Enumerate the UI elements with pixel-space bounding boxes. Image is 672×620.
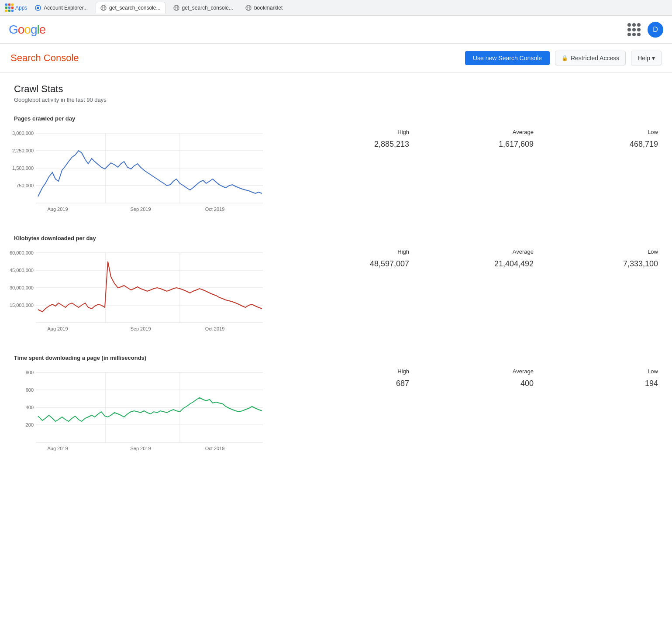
svg-text:60,000,000: 60,000,000	[10, 250, 34, 255]
user-avatar[interactable]: D	[648, 22, 663, 38]
chart-label-kilobytes: Kilobytes downloaded per day	[14, 235, 658, 241]
restricted-access-button[interactable]: 🔒 Restricted Access	[555, 51, 626, 65]
chart-stats-kilobytes: High 48,597,007 Average 21,404,492 Low 7…	[285, 248, 658, 269]
globe-tab-icon-3	[245, 5, 252, 11]
chart-label-time: Time spent downloading a page (in millis…	[14, 355, 658, 361]
stat-col-avg-kilobytes: Average 21,404,492	[409, 248, 534, 269]
svg-text:Oct 2019: Oct 2019	[205, 446, 225, 451]
chart-stats-time: High 687 Average 400 Low 194	[285, 368, 658, 388]
chart-section-pages: Pages crawled per day 3,000,000 2,250,00…	[14, 115, 658, 217]
chart-svg-pages: 3,000,000 2,250,000 1,500,000 750,000 Au…	[14, 129, 267, 216]
chart-container-time: 800 600 400 200 Aug 2019 Sep 2019 Oct 20…	[14, 368, 267, 457]
chart-svg-time: 800 600 400 200 Aug 2019 Sep 2019 Oct 20…	[14, 368, 267, 455]
lock-icon: 🔒	[562, 55, 568, 61]
sc-actions: Use new Search Console 🔒 Restricted Acce…	[465, 51, 662, 65]
apps-grid-icon[interactable]	[627, 23, 641, 36]
chart-stats-pages: High 2,885,213 Average 1,617,609 Low 468…	[285, 129, 658, 149]
sc-header: Search Console Use new Search Console 🔒 …	[0, 44, 672, 73]
help-button[interactable]: Help ▾	[631, 51, 662, 65]
chart-svg-kilobytes: 60,000,000 45,000,000 30,000,000 15,000,…	[14, 248, 267, 336]
tab-label: get_search_console...	[109, 5, 160, 11]
svg-text:800: 800	[26, 370, 34, 375]
tab-account-explorer[interactable]: Account Explorer...	[31, 2, 92, 14]
svg-text:Aug 2019: Aug 2019	[47, 446, 68, 451]
page-subtitle: Googlebot activity in the last 90 days	[14, 96, 658, 103]
browser-bar: Apps Account Explorer... get_search_cons…	[0, 0, 672, 16]
stat-col-avg-pages: Average 1,617,609	[409, 129, 534, 149]
svg-text:Oct 2019: Oct 2019	[205, 326, 225, 331]
tab-label: get_search_console...	[182, 5, 233, 11]
chart-row-time: 800 600 400 200 Aug 2019 Sep 2019 Oct 20…	[14, 368, 658, 457]
chart-section-time: Time spent downloading a page (in millis…	[14, 355, 658, 457]
chart-row-pages: 3,000,000 2,250,000 1,500,000 750,000 Au…	[14, 129, 658, 217]
use-new-search-console-button[interactable]: Use new Search Console	[465, 51, 550, 65]
chart-row-kilobytes: 60,000,000 45,000,000 30,000,000 15,000,…	[14, 248, 658, 337]
svg-text:30,000,000: 30,000,000	[10, 285, 34, 290]
svg-text:Oct 2019: Oct 2019	[205, 207, 225, 212]
chart-section-kilobytes: Kilobytes downloaded per day 60,000,000 …	[14, 235, 658, 337]
globe-tab-icon-2	[173, 5, 179, 11]
apps-tab[interactable]: Apps	[5, 3, 27, 12]
apps-label: Apps	[15, 5, 27, 11]
svg-text:45,000,000: 45,000,000	[10, 268, 34, 273]
svg-text:1,500,000: 1,500,000	[12, 165, 34, 171]
tab-label: Account Explorer...	[44, 5, 88, 11]
svg-text:Sep 2019: Sep 2019	[130, 446, 151, 451]
google-header: Google D	[0, 16, 672, 44]
svg-text:200: 200	[26, 422, 34, 427]
header-right: D	[627, 22, 663, 38]
stat-col-low-time: Low 194	[534, 368, 658, 388]
svg-text:Aug 2019: Aug 2019	[47, 207, 68, 212]
globe-tab-icon-1	[100, 5, 107, 11]
chart-container-kilobytes: 60,000,000 45,000,000 30,000,000 15,000,…	[14, 248, 267, 337]
stat-col-avg-time: Average 400	[409, 368, 534, 388]
chrome-tab-icon	[35, 5, 41, 11]
tab-label: bookmarklet	[254, 5, 283, 11]
apps-grid-icon	[5, 3, 14, 12]
chart-label-pages: Pages crawled per day	[14, 115, 658, 122]
svg-text:Aug 2019: Aug 2019	[47, 326, 68, 331]
sc-title: Search Console	[10, 52, 79, 64]
tab-search-console-1[interactable]: get_search_console...	[96, 2, 165, 14]
stat-col-high-kilobytes: High 48,597,007	[285, 248, 409, 269]
stat-col-high-pages: High 2,885,213	[285, 129, 409, 149]
svg-text:750,000: 750,000	[16, 183, 34, 188]
svg-text:3,000,000: 3,000,000	[12, 131, 34, 136]
stat-col-low-kilobytes: Low 7,333,100	[534, 248, 658, 269]
stat-col-high-time: High 687	[285, 368, 409, 388]
main-content: Crawl Stats Googlebot activity in the la…	[0, 73, 672, 485]
chart-container-pages: 3,000,000 2,250,000 1,500,000 750,000 Au…	[14, 129, 267, 217]
tab-bookmarklet[interactable]: bookmarklet	[241, 2, 287, 14]
chevron-down-icon: ▾	[652, 55, 655, 62]
stat-col-low-pages: Low 468,719	[534, 129, 658, 149]
svg-text:15,000,000: 15,000,000	[10, 303, 34, 308]
google-logo[interactable]: Google	[9, 23, 45, 37]
svg-text:Sep 2019: Sep 2019	[130, 207, 151, 212]
svg-point-1	[37, 7, 39, 9]
tab-search-console-2[interactable]: get_search_console...	[169, 2, 238, 14]
page-title: Crawl Stats	[14, 83, 658, 95]
svg-text:400: 400	[26, 405, 34, 410]
svg-text:Sep 2019: Sep 2019	[130, 326, 151, 331]
svg-text:2,250,000: 2,250,000	[12, 148, 34, 153]
svg-text:600: 600	[26, 387, 34, 393]
